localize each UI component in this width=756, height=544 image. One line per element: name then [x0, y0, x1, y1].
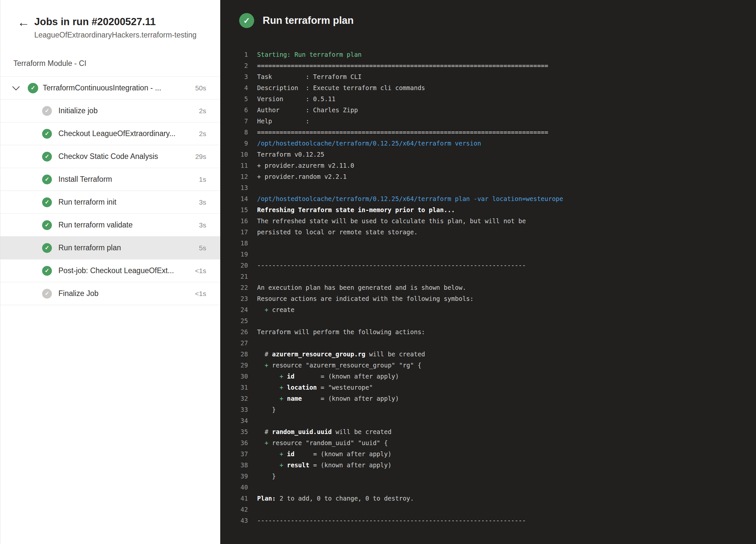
- line-number[interactable]: 13: [220, 182, 248, 193]
- log-line: 9/opt/hostedtoolcache/terraform/0.12.25/…: [220, 138, 756, 149]
- line-number[interactable]: 2: [220, 60, 248, 71]
- log-text: /opt/hostedtoolcache/terraform/0.12.25/x…: [257, 138, 481, 149]
- line-number[interactable]: 7: [220, 116, 248, 127]
- line-number[interactable]: 14: [220, 193, 248, 204]
- back-arrow-icon[interactable]: [17, 15, 28, 39]
- log-text: The refreshed state will be used to calc…: [257, 215, 526, 226]
- line-number[interactable]: 4: [220, 82, 248, 93]
- log-line: 33 }: [220, 404, 756, 415]
- line-number[interactable]: 36: [220, 437, 248, 448]
- step-name: Run terraform plan: [58, 243, 194, 252]
- chevron-down-icon[interactable]: [12, 83, 20, 90]
- jobs-run-page: Jobs in run #20200527.11 LeagueOfExtraor…: [0, 0, 756, 544]
- line-number[interactable]: 34: [220, 415, 248, 426]
- line-number[interactable]: 24: [220, 304, 248, 315]
- log-line: 32 + name = (known after apply): [220, 393, 756, 404]
- step-duration: 3s: [199, 221, 206, 229]
- line-number[interactable]: 26: [220, 326, 248, 337]
- log-line: 37 + id = (known after apply): [220, 448, 756, 459]
- log-text: persisted to local or remote state stora…: [257, 226, 418, 238]
- line-number[interactable]: 16: [220, 215, 248, 226]
- step-row[interactable]: Run terraform init 3s: [0, 191, 220, 214]
- line-number[interactable]: 38: [220, 459, 248, 471]
- step-row[interactable]: Checkout LeagueOfExtraordinary... 2s: [0, 122, 220, 145]
- line-number[interactable]: 42: [220, 504, 248, 515]
- log-text: }: [257, 471, 276, 482]
- log-text: ========================================…: [257, 60, 548, 71]
- log-text: + provider.azurerm v2.11.0: [257, 160, 354, 171]
- success-icon: [239, 13, 254, 28]
- log-line: 8=======================================…: [220, 127, 756, 138]
- step-row[interactable]: Run terraform plan 5s: [0, 237, 220, 259]
- line-number[interactable]: 15: [220, 204, 248, 215]
- log-line: 12+ provider.random v2.2.1: [220, 171, 756, 182]
- line-number[interactable]: 18: [220, 238, 248, 249]
- line-number[interactable]: 35: [220, 426, 248, 437]
- step-list: Initialize job 2s Checkout LeagueOfExtra…: [0, 100, 220, 305]
- step-row[interactable]: Initialize job 2s: [0, 100, 220, 122]
- line-number[interactable]: 37: [220, 448, 248, 459]
- step-name: Install Terraform: [58, 175, 194, 184]
- line-number[interactable]: 29: [220, 360, 248, 371]
- line-number[interactable]: 11: [220, 160, 248, 171]
- line-number[interactable]: 3: [220, 71, 248, 82]
- log-text: ========================================…: [257, 127, 548, 138]
- log-text: Version : 0.5.11: [257, 93, 335, 104]
- line-number[interactable]: 27: [220, 337, 248, 349]
- step-row[interactable]: Checkov Static Code Analysis 29s: [0, 145, 220, 168]
- line-number[interactable]: 30: [220, 371, 248, 382]
- line-number[interactable]: 9: [220, 138, 248, 149]
- line-number[interactable]: 25: [220, 315, 248, 326]
- line-number[interactable]: 1: [220, 49, 248, 60]
- job-row[interactable]: TerraformContinuousIntegration - ... 50s: [0, 77, 220, 100]
- line-number[interactable]: 28: [220, 349, 248, 360]
- line-number[interactable]: 17: [220, 226, 248, 238]
- line-number[interactable]: 33: [220, 404, 248, 415]
- log-text: + location = "westeurope": [257, 382, 373, 393]
- log-text: Resource actions are indicated with the …: [257, 293, 473, 304]
- line-number[interactable]: 39: [220, 471, 248, 482]
- line-number[interactable]: 5: [220, 93, 248, 104]
- log-line: 19: [220, 249, 756, 260]
- line-number[interactable]: 41: [220, 493, 248, 504]
- line-number[interactable]: 22: [220, 282, 248, 293]
- line-number[interactable]: 20: [220, 260, 248, 271]
- log-body[interactable]: 1Starting: Run terraform plan2==========…: [220, 49, 756, 544]
- log-line: 7Help :: [220, 116, 756, 127]
- line-number[interactable]: 21: [220, 271, 248, 282]
- log-line: 10Terraform v0.12.25: [220, 149, 756, 160]
- log-text: + resource "random_uuid" "uuid" {: [257, 437, 388, 448]
- line-number[interactable]: 31: [220, 382, 248, 393]
- log-line: 29 + resource "azurerm_resource_group" "…: [220, 360, 756, 371]
- step-duration: 5s: [199, 244, 206, 252]
- step-row[interactable]: Install Terraform 1s: [0, 168, 220, 191]
- line-number[interactable]: 6: [220, 104, 248, 116]
- log-text: + name = (known after apply): [257, 393, 399, 404]
- log-text: + id = (known after apply): [257, 371, 399, 382]
- log-line: 39 }: [220, 471, 756, 482]
- log-line: 2=======================================…: [220, 60, 756, 71]
- step-name: Run terraform init: [58, 198, 194, 207]
- log-text: + create: [257, 304, 294, 315]
- line-number[interactable]: 32: [220, 393, 248, 404]
- step-name: Initialize job: [58, 106, 194, 115]
- line-number[interactable]: 19: [220, 249, 248, 260]
- step-row[interactable]: Finalize Job <1s: [0, 282, 220, 305]
- log-line: 31 + location = "westeurope": [220, 382, 756, 393]
- line-number[interactable]: 8: [220, 127, 248, 138]
- line-number[interactable]: 23: [220, 293, 248, 304]
- success-icon: [42, 197, 52, 207]
- line-number[interactable]: 10: [220, 149, 248, 160]
- log-line: 36 + resource "random_uuid" "uuid" {: [220, 437, 756, 448]
- log-header: Run terraform plan: [220, 0, 756, 28]
- step-row[interactable]: Run terraform validate 3s: [0, 214, 220, 237]
- log-line: 26Terraform will perform the following a…: [220, 326, 756, 337]
- line-number[interactable]: 12: [220, 171, 248, 182]
- line-number[interactable]: 43: [220, 515, 248, 526]
- log-line: 4Description : Execute terraform cli com…: [220, 82, 756, 93]
- log-text: Author : Charles Zipp: [257, 104, 358, 116]
- log-panel: Run terraform plan 1Starting: Run terraf…: [220, 0, 756, 544]
- line-number[interactable]: 40: [220, 482, 248, 493]
- step-row[interactable]: Post-job: Checkout LeagueOfExt... <1s: [0, 259, 220, 282]
- log-text: }: [257, 404, 276, 415]
